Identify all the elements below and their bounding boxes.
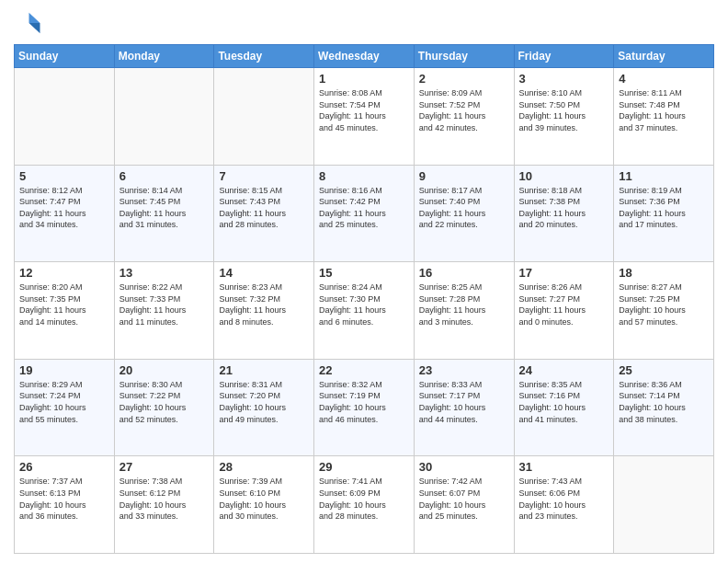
day-number: 1 xyxy=(319,72,409,86)
day-info: Sunrise: 8:16 AM Sunset: 7:42 PM Dayligh… xyxy=(319,185,409,231)
day-number: 4 xyxy=(619,72,709,86)
calendar-cell xyxy=(114,68,214,166)
day-number: 27 xyxy=(119,460,210,474)
calendar-cell: 22Sunrise: 8:32 AM Sunset: 7:19 PM Dayli… xyxy=(314,359,415,456)
calendar-cell: 17Sunrise: 8:26 AM Sunset: 7:27 PM Dayli… xyxy=(514,262,614,360)
calendar-week-row: 26Sunrise: 7:37 AM Sunset: 6:13 PM Dayli… xyxy=(15,456,714,554)
calendar-cell: 28Sunrise: 7:39 AM Sunset: 6:10 PM Dayli… xyxy=(214,456,314,554)
calendar-cell xyxy=(15,68,115,166)
weekday-header-tuesday: Tuesday xyxy=(214,45,314,68)
day-number: 7 xyxy=(219,169,309,183)
day-number: 30 xyxy=(419,460,509,474)
calendar-cell: 24Sunrise: 8:35 AM Sunset: 7:16 PM Dayli… xyxy=(514,359,614,456)
day-number: 3 xyxy=(519,72,609,86)
day-number: 13 xyxy=(119,266,210,280)
day-info: Sunrise: 8:08 AM Sunset: 7:54 PM Dayligh… xyxy=(319,87,409,133)
calendar-cell: 26Sunrise: 7:37 AM Sunset: 6:13 PM Dayli… xyxy=(15,456,115,554)
weekday-header-wednesday: Wednesday xyxy=(314,45,415,68)
calendar-cell: 15Sunrise: 8:24 AM Sunset: 7:30 PM Dayli… xyxy=(314,262,415,360)
calendar-cell: 13Sunrise: 8:22 AM Sunset: 7:33 PM Dayli… xyxy=(114,262,214,360)
calendar-cell: 11Sunrise: 8:19 AM Sunset: 7:36 PM Dayli… xyxy=(614,165,714,262)
calendar-cell xyxy=(214,68,314,166)
day-number: 17 xyxy=(519,266,609,280)
calendar-cell: 16Sunrise: 8:25 AM Sunset: 7:28 PM Dayli… xyxy=(414,262,514,360)
day-info: Sunrise: 8:19 AM Sunset: 7:36 PM Dayligh… xyxy=(619,185,709,231)
page: SundayMondayTuesdayWednesdayThursdayFrid… xyxy=(0,0,728,563)
header xyxy=(14,9,714,37)
calendar-cell: 8Sunrise: 8:16 AM Sunset: 7:42 PM Daylig… xyxy=(314,165,415,262)
day-info: Sunrise: 8:10 AM Sunset: 7:50 PM Dayligh… xyxy=(519,87,609,133)
day-info: Sunrise: 7:41 AM Sunset: 6:09 PM Dayligh… xyxy=(319,476,409,522)
day-number: 15 xyxy=(319,266,409,280)
calendar-cell: 20Sunrise: 8:30 AM Sunset: 7:22 PM Dayli… xyxy=(114,359,214,456)
day-info: Sunrise: 8:32 AM Sunset: 7:19 PM Dayligh… xyxy=(319,379,409,425)
day-info: Sunrise: 8:09 AM Sunset: 7:52 PM Dayligh… xyxy=(419,87,509,133)
day-info: Sunrise: 8:11 AM Sunset: 7:48 PM Dayligh… xyxy=(619,87,709,133)
day-info: Sunrise: 8:20 AM Sunset: 7:35 PM Dayligh… xyxy=(19,282,109,327)
calendar-cell: 7Sunrise: 8:15 AM Sunset: 7:43 PM Daylig… xyxy=(214,165,314,262)
day-info: Sunrise: 7:37 AM Sunset: 6:13 PM Dayligh… xyxy=(19,476,109,522)
day-info: Sunrise: 8:18 AM Sunset: 7:38 PM Dayligh… xyxy=(519,185,609,231)
calendar-cell: 6Sunrise: 8:14 AM Sunset: 7:45 PM Daylig… xyxy=(114,165,214,262)
svg-marker-0 xyxy=(29,13,40,23)
weekday-header-saturday: Saturday xyxy=(614,45,714,68)
day-number: 23 xyxy=(419,363,509,377)
day-info: Sunrise: 8:23 AM Sunset: 7:32 PM Dayligh… xyxy=(219,282,309,327)
calendar-week-row: 19Sunrise: 8:29 AM Sunset: 7:24 PM Dayli… xyxy=(15,359,714,456)
day-info: Sunrise: 7:38 AM Sunset: 6:12 PM Dayligh… xyxy=(119,476,210,522)
day-info: Sunrise: 8:33 AM Sunset: 7:17 PM Dayligh… xyxy=(419,379,509,425)
day-number: 16 xyxy=(419,266,509,280)
day-number: 6 xyxy=(119,169,210,183)
weekday-header-thursday: Thursday xyxy=(414,45,514,68)
day-number: 19 xyxy=(19,363,109,377)
logo-icon xyxy=(14,9,41,37)
weekday-header-sunday: Sunday xyxy=(15,45,115,68)
day-info: Sunrise: 8:24 AM Sunset: 7:30 PM Dayligh… xyxy=(319,282,409,327)
calendar-cell: 31Sunrise: 7:43 AM Sunset: 6:06 PM Dayli… xyxy=(514,456,614,554)
day-number: 18 xyxy=(619,266,709,280)
weekday-header-monday: Monday xyxy=(114,45,214,68)
day-number: 21 xyxy=(219,363,309,377)
calendar-cell: 3Sunrise: 8:10 AM Sunset: 7:50 PM Daylig… xyxy=(514,68,614,166)
day-info: Sunrise: 8:27 AM Sunset: 7:25 PM Dayligh… xyxy=(619,282,709,327)
day-number: 8 xyxy=(319,169,409,183)
day-number: 25 xyxy=(619,363,709,377)
day-info: Sunrise: 8:12 AM Sunset: 7:47 PM Dayligh… xyxy=(19,185,109,231)
day-info: Sunrise: 8:14 AM Sunset: 7:45 PM Dayligh… xyxy=(119,185,210,231)
calendar-cell: 5Sunrise: 8:12 AM Sunset: 7:47 PM Daylig… xyxy=(15,165,115,262)
day-number: 28 xyxy=(219,460,309,474)
day-info: Sunrise: 8:29 AM Sunset: 7:24 PM Dayligh… xyxy=(19,379,109,425)
calendar-cell: 2Sunrise: 8:09 AM Sunset: 7:52 PM Daylig… xyxy=(414,68,514,166)
calendar-cell: 1Sunrise: 8:08 AM Sunset: 7:54 PM Daylig… xyxy=(314,68,415,166)
day-info: Sunrise: 8:35 AM Sunset: 7:16 PM Dayligh… xyxy=(519,379,609,425)
logo xyxy=(14,9,45,37)
svg-marker-1 xyxy=(29,23,40,33)
day-number: 26 xyxy=(19,460,109,474)
day-number: 20 xyxy=(119,363,210,377)
calendar-week-row: 5Sunrise: 8:12 AM Sunset: 7:47 PM Daylig… xyxy=(15,165,714,262)
day-info: Sunrise: 7:43 AM Sunset: 6:06 PM Dayligh… xyxy=(519,476,609,522)
day-info: Sunrise: 7:39 AM Sunset: 6:10 PM Dayligh… xyxy=(219,476,309,522)
calendar-cell: 14Sunrise: 8:23 AM Sunset: 7:32 PM Dayli… xyxy=(214,262,314,360)
day-number: 11 xyxy=(619,169,709,183)
day-number: 5 xyxy=(19,169,109,183)
calendar-cell: 27Sunrise: 7:38 AM Sunset: 6:12 PM Dayli… xyxy=(114,456,214,554)
calendar-cell: 25Sunrise: 8:36 AM Sunset: 7:14 PM Dayli… xyxy=(614,359,714,456)
calendar-cell: 30Sunrise: 7:42 AM Sunset: 6:07 PM Dayli… xyxy=(414,456,514,554)
day-number: 2 xyxy=(419,72,509,86)
calendar-cell: 10Sunrise: 8:18 AM Sunset: 7:38 PM Dayli… xyxy=(514,165,614,262)
weekday-header-row: SundayMondayTuesdayWednesdayThursdayFrid… xyxy=(15,45,714,68)
day-number: 10 xyxy=(519,169,609,183)
calendar-cell: 29Sunrise: 7:41 AM Sunset: 6:09 PM Dayli… xyxy=(314,456,415,554)
day-number: 14 xyxy=(219,266,309,280)
day-number: 31 xyxy=(519,460,609,474)
calendar-table: SundayMondayTuesdayWednesdayThursdayFrid… xyxy=(14,44,714,554)
day-info: Sunrise: 8:36 AM Sunset: 7:14 PM Dayligh… xyxy=(619,379,709,425)
calendar-cell: 18Sunrise: 8:27 AM Sunset: 7:25 PM Dayli… xyxy=(614,262,714,360)
weekday-header-friday: Friday xyxy=(514,45,614,68)
calendar-cell: 19Sunrise: 8:29 AM Sunset: 7:24 PM Dayli… xyxy=(15,359,115,456)
day-info: Sunrise: 8:30 AM Sunset: 7:22 PM Dayligh… xyxy=(119,379,210,425)
day-number: 24 xyxy=(519,363,609,377)
day-info: Sunrise: 8:17 AM Sunset: 7:40 PM Dayligh… xyxy=(419,185,509,231)
calendar-cell: 4Sunrise: 8:11 AM Sunset: 7:48 PM Daylig… xyxy=(614,68,714,166)
